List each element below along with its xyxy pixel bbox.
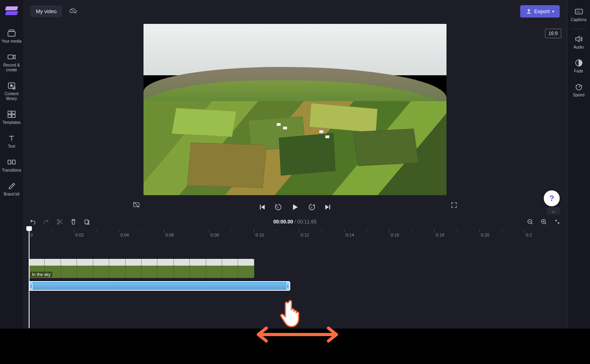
export-label: Export — [534, 8, 550, 14]
sidebar-item-audio[interactable]: Audio — [567, 31, 590, 55]
sidebar-item-content-library[interactable]: Content library — [0, 77, 23, 106]
rewind-5s-button[interactable]: 5 — [274, 203, 282, 211]
sidebar-item-templates[interactable]: Templates — [0, 106, 23, 130]
media-icon — [7, 29, 16, 37]
preview-area: 16:9 5 5 ? ⌄ — [23, 22, 567, 215]
ruler-label: 0:08 — [210, 233, 219, 237]
question-mark-icon: ? — [549, 194, 554, 203]
brand-kit-icon — [7, 182, 16, 190]
timeline-timecode: 00:00.00 / 00:11.65 — [273, 219, 317, 225]
svg-text:CC: CC — [576, 10, 580, 13]
svg-rect-10 — [12, 160, 15, 164]
sidebar-item-your-media[interactable]: Your media — [0, 25, 23, 49]
chevron-down-icon: ⌄ — [551, 207, 556, 214]
svg-rect-2 — [8, 55, 13, 59]
ruler-label: 0:06 — [165, 233, 174, 237]
help-button[interactable]: ? — [544, 190, 560, 206]
svg-point-19 — [57, 219, 59, 221]
upload-icon — [526, 8, 532, 14]
current-time: 00:00.00 — [273, 219, 293, 225]
ruler-label: 0:10 — [256, 233, 264, 237]
sidebar-item-fade[interactable]: Fade — [567, 55, 590, 78]
sidebar-item-label: Transitions — [2, 168, 22, 173]
redo-button[interactable] — [43, 219, 49, 225]
ruler-label: 0:04 — [120, 233, 129, 237]
sidebar-item-label: Fade — [574, 69, 583, 74]
ruler-label: 0:14 — [346, 233, 354, 237]
svg-rect-5 — [8, 111, 11, 114]
audio-trim-handle-left[interactable]: ‖ — [30, 282, 33, 290]
fit-timeline-button[interactable] — [554, 219, 560, 225]
sidebar-item-label: Text — [8, 144, 15, 149]
speed-icon — [574, 82, 583, 91]
audio-clip[interactable]: ‖ ‖ — [29, 281, 290, 291]
playhead-line — [29, 229, 30, 328]
duration-time: 00:11.65 — [297, 219, 317, 225]
sidebar-item-text[interactable]: Text — [0, 130, 23, 154]
chevron-down-icon: ▾ — [552, 9, 554, 14]
svg-rect-0 — [8, 31, 15, 36]
sidebar-item-label: Speed — [573, 93, 584, 98]
skip-back-button[interactable] — [258, 204, 266, 211]
camera-icon — [7, 53, 16, 61]
undo-button[interactable] — [30, 219, 36, 225]
sidebar-item-label: Your media — [2, 39, 22, 44]
project-title-input[interactable]: My video — [30, 6, 62, 17]
duplicate-button[interactable] — [84, 219, 90, 225]
zoom-out-button[interactable] — [527, 219, 533, 225]
sidebar-item-label: Captions — [571, 18, 586, 22]
svg-rect-8 — [12, 115, 15, 117]
playback-controls: 5 5 — [258, 203, 332, 211]
ruler-label: 0 — [30, 233, 33, 237]
templates-icon — [7, 110, 16, 119]
left-sidebar: Your media Record & create Content libra… — [0, 0, 23, 329]
sidebar-item-label: Record & create — [0, 63, 23, 72]
clip-label: In the sky — [30, 272, 52, 277]
svg-rect-6 — [12, 111, 15, 114]
zoom-in-button[interactable] — [541, 219, 547, 225]
delete-button[interactable] — [70, 219, 77, 225]
svg-point-18 — [57, 223, 59, 224]
svg-rect-1 — [9, 30, 14, 31]
panel-collapse-button[interactable]: ⌄ — [547, 207, 560, 214]
sidebar-item-brand-kit[interactable]: Brand kit — [0, 178, 23, 202]
timeline-toolbar: 00:00.00 / 00:11.65 — [23, 215, 567, 229]
playhead-handle[interactable] — [26, 226, 32, 231]
sidebar-item-label: Templates — [2, 120, 21, 125]
aspect-ratio-button[interactable]: 16:9 — [545, 29, 561, 38]
fullscreen-button[interactable] — [450, 202, 458, 209]
audio-trim-handle-right[interactable]: ‖ — [286, 282, 289, 290]
transitions-icon — [7, 158, 16, 166]
svg-rect-20 — [85, 220, 88, 224]
library-icon — [7, 81, 16, 90]
crop-disabled-button[interactable] — [132, 201, 140, 209]
svg-text:5: 5 — [311, 206, 313, 209]
cursor-hand-annotation — [279, 298, 307, 330]
cloud-sync-off-icon[interactable] — [69, 8, 77, 14]
video-clip[interactable]: In the sky — [29, 259, 254, 278]
sidebar-item-captions[interactable]: CC Captions — [567, 3, 590, 27]
waveform — [30, 283, 289, 289]
skip-forward-button[interactable] — [324, 204, 332, 211]
forward-5s-button[interactable]: 5 — [308, 203, 316, 211]
timeline-tracks: In the sky ‖ ‖ — [29, 259, 567, 291]
sidebar-item-record-create[interactable]: Record & create — [0, 49, 23, 77]
speaker-icon — [574, 35, 583, 43]
sidebar-item-label: Content library — [0, 92, 23, 101]
app-logo — [6, 6, 18, 17]
svg-text:5: 5 — [277, 206, 279, 209]
right-sidebar: CC Captions Audio Fade Speed — [567, 0, 590, 329]
text-icon — [7, 134, 16, 143]
play-button[interactable] — [291, 203, 299, 211]
sidebar-item-speed[interactable]: Speed — [567, 78, 590, 102]
topbar: My video Export ▾ — [23, 0, 567, 22]
video-preview[interactable] — [144, 24, 446, 195]
ruler-label: 0:20 — [481, 233, 489, 237]
sidebar-item-label: Brand kit — [4, 192, 19, 197]
ruler-label: 0:02 — [75, 233, 84, 237]
split-button[interactable] — [57, 219, 63, 225]
export-button[interactable]: Export ▾ — [520, 5, 560, 18]
sidebar-item-transitions[interactable]: Transitions — [0, 154, 23, 178]
svg-rect-7 — [8, 115, 11, 117]
timeline-ruler[interactable]: 00:020:040:060:080:100:120:140:160:180:2… — [29, 229, 567, 241]
